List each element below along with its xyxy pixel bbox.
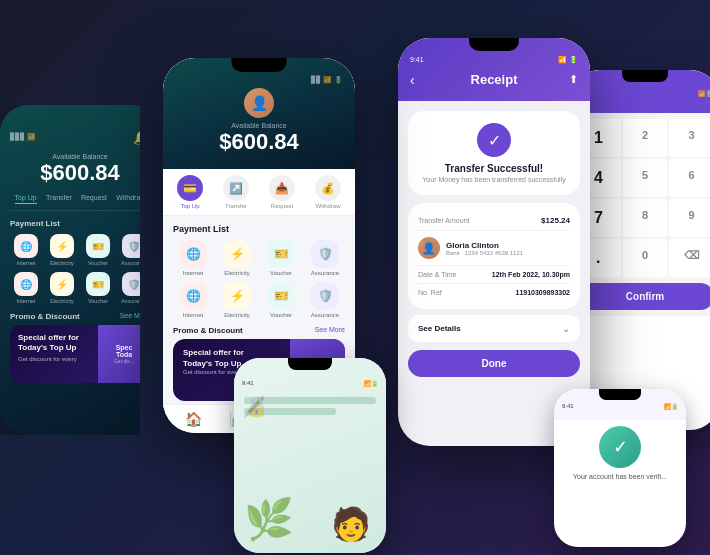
- chevron-down-icon: ⌄: [562, 323, 570, 334]
- receipt-title: Receipt: [471, 72, 518, 87]
- verify-text: Your account has been verifi...: [564, 472, 676, 481]
- ref-label: No. Ref: [418, 289, 442, 296]
- see-details-text: See Details: [418, 324, 461, 333]
- bottom-right-phone: 9:41 📶🔋 ✓ Your account has been verifi..…: [554, 389, 686, 547]
- center-balance: $600.84: [175, 129, 343, 155]
- nav-topup[interactable]: Top Up: [15, 194, 37, 204]
- list-item[interactable]: ⚡Electricity: [217, 282, 257, 318]
- tab-topup-label: Top Up: [180, 203, 199, 209]
- left-balance: $600.84: [10, 160, 150, 186]
- key-5[interactable]: 5: [623, 159, 668, 197]
- success-icon: ✓: [477, 123, 511, 157]
- list-item[interactable]: 🌐Internet: [173, 282, 213, 318]
- key-2[interactable]: 2: [623, 119, 668, 157]
- plant-decoration: 🌿: [244, 496, 294, 543]
- confirm-button[interactable]: Confirm: [576, 283, 710, 310]
- left-balance-label: Available Balance: [10, 153, 150, 160]
- key-0[interactable]: 0: [623, 239, 668, 277]
- tab-withdraw-label: Withdraw: [315, 203, 340, 209]
- br-phone-time: 9:41: [562, 403, 574, 410]
- key-del[interactable]: ⌫: [669, 239, 710, 277]
- tab-transfer-label: Transfer: [225, 203, 247, 209]
- recipient-bank: Bank · 1234 5432 4539 1121: [446, 250, 523, 256]
- list-item[interactable]: 🎫Voucher: [82, 234, 114, 266]
- back-btn[interactable]: ‹: [410, 72, 415, 88]
- tab-transfer[interactable]: ↗️ Transfer: [223, 175, 249, 209]
- list-item[interactable]: 🛡️Assurance: [118, 272, 150, 304]
- ref-value: 11910309893302: [515, 289, 570, 296]
- center-balance-label: Available Balance: [175, 122, 343, 129]
- person-figure: 🧑: [331, 505, 371, 543]
- list-item[interactable]: 🛡️Assurance: [305, 240, 345, 276]
- promo-right-sub: Get dis...: [114, 358, 134, 364]
- date-value: 12th Feb 2022, 10.30pm: [492, 271, 570, 278]
- list-item[interactable]: ⚡Electricity: [217, 240, 257, 276]
- left-section-title: Payment List: [10, 219, 150, 228]
- list-item[interactable]: 🎫Voucher: [82, 272, 114, 304]
- key-8[interactable]: 8: [623, 199, 668, 237]
- see-details-row[interactable]: See Details ⌄: [408, 315, 580, 342]
- nav-withdraw[interactable]: Withdraw: [116, 194, 145, 204]
- nav-request[interactable]: Request: [81, 194, 107, 204]
- receipt-phone: 9:41 📶 🔋 ‹ Receipt ⬆ ✓ Transfer Successf…: [398, 38, 590, 446]
- tab-request-label: Request: [271, 203, 293, 209]
- fingerprint-icon: 🔏: [242, 394, 267, 418]
- bottom-nav-home[interactable]: 🏠: [185, 411, 202, 427]
- key-9[interactable]: 9: [669, 199, 710, 237]
- list-item[interactable]: 🛡️Assurance: [118, 234, 150, 266]
- list-item[interactable]: 🌐Internet: [173, 240, 213, 276]
- payment-list-title: Payment List: [173, 224, 345, 234]
- promo-right-text: SpecToda: [116, 344, 133, 358]
- recipient-avatar: 👤: [418, 237, 440, 259]
- done-button[interactable]: Done: [408, 350, 580, 377]
- recipient-row: 👤 Gloria Clinton Bank · 1234 5432 4539 1…: [418, 231, 570, 266]
- nav-transfer[interactable]: Transfer: [46, 194, 72, 204]
- list-item[interactable]: ⚡Electricity: [46, 272, 78, 304]
- receipt-time: 9:41: [410, 56, 424, 64]
- list-item[interactable]: 🌐Internet: [10, 234, 42, 266]
- right-phone: 9:41 📶🔋 1 2 3 4 5 6 7 8 9 . 0 ⌫ Confirm: [570, 70, 710, 430]
- payment-grid-2: 🌐Internet ⚡Electricity 🎫Voucher 🛡️Assura…: [10, 272, 150, 304]
- share-btn[interactable]: ⬆: [569, 73, 578, 86]
- avatar: 👤: [244, 88, 274, 118]
- see-more-link[interactable]: See More: [120, 312, 150, 321]
- promo-section-title: Promo & Discount: [173, 326, 243, 335]
- payment-grid-1: 🌐Internet ⚡Electricity 🎫Voucher 🛡️Assura…: [10, 234, 150, 266]
- list-item[interactable]: 🛡️Assurance: [305, 282, 345, 318]
- list-item[interactable]: 🌐Internet: [10, 272, 42, 304]
- tab-withdraw[interactable]: 💰 Withdraw: [315, 175, 341, 209]
- key-6[interactable]: 6: [669, 159, 710, 197]
- left-phone: ▊▊▊ 📶 🔔 Available Balance $600.84 Top Up…: [0, 105, 160, 435]
- transfer-amount-label: Transfer Amount: [418, 217, 470, 224]
- success-title: Transfer Successful!: [418, 163, 570, 174]
- bottom-center-phone: 9:41 📶🔋 🌿 🧑 🔏: [234, 358, 386, 553]
- tab-topup[interactable]: 💳 Top Up: [177, 175, 203, 209]
- date-label: Date & Time: [418, 271, 457, 278]
- success-sub: Your Money has been transferred successf…: [418, 176, 570, 183]
- key-3[interactable]: 3: [669, 119, 710, 157]
- verify-circle: ✓: [599, 426, 641, 468]
- success-card: ✓ Transfer Successful! Your Money has be…: [408, 111, 580, 195]
- promo-title: Promo & Discount: [10, 312, 80, 321]
- list-item[interactable]: 🎫Voucher: [261, 282, 301, 318]
- receipt-details-card: Transfer Amount $125.24 👤 Gloria Clinton…: [408, 203, 580, 309]
- recipient-name: Gloria Clinton: [446, 241, 523, 250]
- list-item[interactable]: ⚡Electricity: [46, 234, 78, 266]
- list-item[interactable]: 🎫Voucher: [261, 240, 301, 276]
- tab-request[interactable]: 📥 Request: [269, 175, 295, 209]
- see-more-btn[interactable]: See More: [315, 326, 345, 335]
- bottom-phone-time: 9:41: [242, 380, 254, 387]
- transfer-amount-value: $125.24: [541, 216, 570, 225]
